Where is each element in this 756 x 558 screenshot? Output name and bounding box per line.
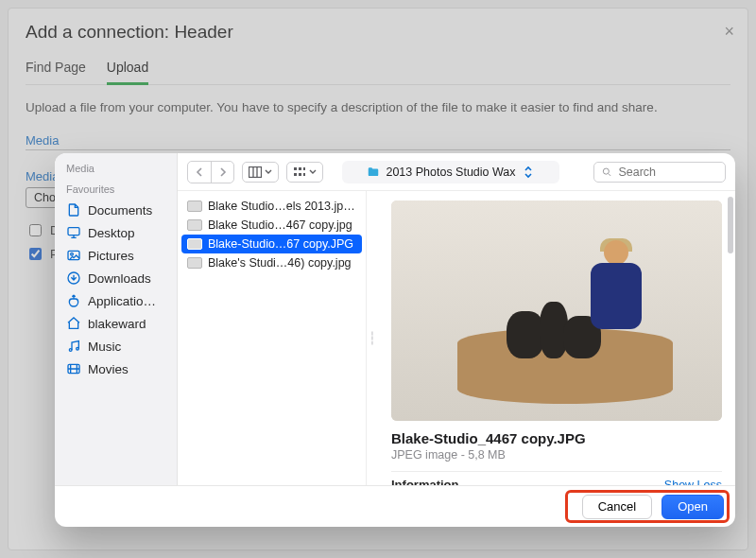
file-preview-pane: Blake-Studio_4467 copy.JPG JPEG image - …	[378, 191, 735, 485]
sidebar-item-downloads[interactable]: Downloads	[64, 267, 171, 289]
image-thumb-icon	[187, 238, 202, 250]
file-picker-toolbar: 2013 Photos Studio Wax	[178, 153, 735, 191]
image-thumb-icon	[187, 257, 202, 269]
apps-icon	[66, 293, 81, 308]
group-mode-button[interactable]	[286, 162, 323, 183]
pictures-icon	[66, 248, 81, 263]
svg-rect-8	[294, 167, 297, 170]
svg-rect-13	[303, 173, 305, 176]
sidebar-item-movies[interactable]: Movies	[64, 357, 171, 380]
svg-rect-12	[299, 173, 301, 176]
svg-point-4	[69, 349, 72, 352]
file-picker-dialog: Media Favourites Documents Desktop Pictu…	[55, 153, 735, 527]
preview-scrollbar[interactable]	[728, 197, 733, 480]
nav-forward-button[interactable]	[211, 162, 233, 183]
file-row[interactable]: Blake Studio…467 copy.jpg	[181, 216, 362, 235]
home-icon	[66, 316, 81, 331]
show-less-button[interactable]: Show Less	[664, 479, 722, 485]
image-thumb-icon	[187, 201, 202, 212]
search-icon	[602, 166, 611, 178]
search-field[interactable]	[593, 162, 726, 183]
view-mode-button[interactable]	[242, 162, 279, 183]
path-popup-button[interactable]: 2013 Photos Studio Wax	[342, 161, 559, 183]
svg-rect-10	[303, 167, 305, 170]
nav-back-forward	[187, 161, 234, 183]
file-list[interactable]: Blake Studio…els 2013.jpeg Blake Studio……	[178, 191, 367, 485]
chevron-down-icon	[265, 168, 272, 176]
column-resize-handle[interactable]: ┆	[367, 191, 378, 485]
doc-icon	[66, 202, 81, 218]
downloads-icon	[66, 270, 81, 286]
svg-rect-0	[68, 228, 79, 235]
file-row[interactable]: Blake Studio…els 2013.jpeg	[181, 197, 362, 216]
sidebar-item-applications[interactable]: Applicatio…	[64, 289, 171, 312]
desktop-icon	[66, 225, 81, 240]
sidebar-group-favourites: Favourites	[66, 183, 171, 195]
grid-icon	[293, 166, 306, 178]
image-thumb-icon	[187, 219, 202, 231]
sidebar-item-documents[interactable]: Documents	[64, 199, 171, 221]
chevron-down-icon	[309, 168, 317, 176]
search-input[interactable]	[616, 165, 717, 180]
sidebar-item-desktop[interactable]: Desktop	[64, 221, 171, 244]
sidebar-group-media: Media	[66, 163, 171, 174]
updown-icon	[522, 166, 535, 179]
nav-back-button[interactable]	[188, 162, 211, 183]
file-picker-footer: Cancel Open	[55, 485, 735, 527]
cancel-button[interactable]: Cancel	[582, 495, 652, 519]
svg-point-14	[603, 168, 609, 174]
sidebar-item-home[interactable]: blakeward	[64, 312, 171, 335]
sidebar-item-music[interactable]: Music	[64, 335, 171, 357]
music-icon	[66, 339, 81, 354]
svg-rect-9	[299, 167, 301, 170]
file-row-selected[interactable]: Blake-Studio…67 copy.JPG	[181, 235, 362, 253]
preview-kind-size: JPEG image - 5,8 MB	[391, 448, 722, 462]
folder-icon	[367, 166, 380, 179]
svg-point-2	[71, 253, 74, 255]
svg-point-5	[77, 347, 79, 350]
file-row[interactable]: Blake's Studi…46) copy.jpg	[181, 253, 362, 272]
columns-icon	[249, 166, 262, 178]
preview-filename: Blake-Studio_4467 copy.JPG	[391, 430, 722, 446]
svg-rect-7	[249, 166, 262, 177]
movies-icon	[66, 361, 81, 376]
svg-rect-11	[294, 173, 297, 176]
open-button[interactable]: Open	[662, 495, 724, 519]
info-heading: Information	[391, 478, 459, 485]
file-picker-sidebar: Media Favourites Documents Desktop Pictu…	[55, 153, 178, 485]
current-folder-name: 2013 Photos Studio Wax	[386, 166, 515, 179]
preview-image	[391, 201, 722, 421]
sidebar-item-pictures[interactable]: Pictures	[64, 244, 171, 267]
